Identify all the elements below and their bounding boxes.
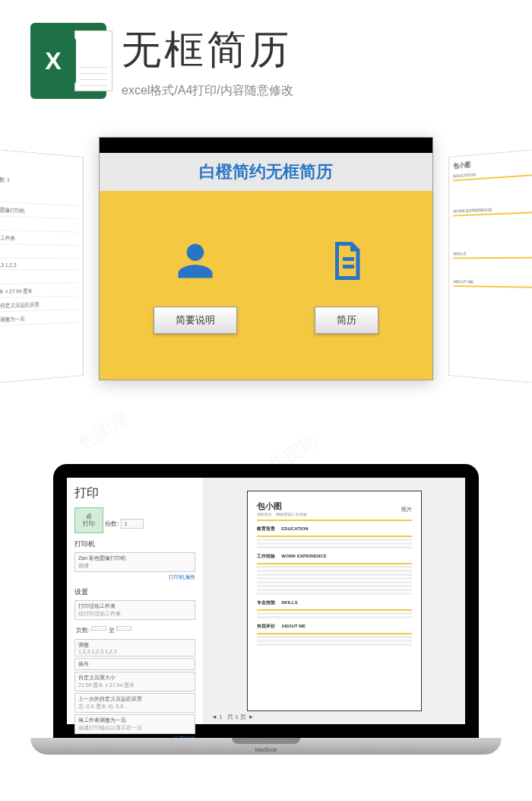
template-card: 白橙简约无框简历 简要说明 简历 — [99, 137, 433, 380]
template-title: 白橙简约无框简历 — [100, 153, 432, 191]
collate-select[interactable]: 调整 1,2,3 1,2,3 1,2,3 — [74, 639, 195, 656]
print-heading: 打印 — [74, 485, 195, 501]
print-button[interactable]: 🖨 打印 — [74, 507, 103, 533]
document-icon — [324, 238, 369, 284]
copies-input[interactable]: 1 — [121, 519, 144, 529]
header: X 无框简历 excel格式/A4打印/内容随意修改 — [0, 0, 532, 114]
scaling-select[interactable]: 将工作表调整为一页 缩减打印输出以显示在一页 — [74, 714, 195, 734]
person-icon — [173, 238, 218, 284]
printer-select[interactable]: Zan 彩色图像打印机 就绪 — [74, 552, 195, 572]
print-sidebar: 打印 🖨 打印 份数: 1 打印机 Zan 彩色图像打印机 就绪 — [67, 478, 204, 724]
laptop-mockup: 打印 🖨 打印 份数: 1 打印机 Zan 彩色图像打印机 就绪 — [0, 464, 532, 755]
copies-label: 份数: — [105, 520, 119, 527]
laptop-brand: MacBook — [255, 747, 277, 752]
excel-icon: X — [30, 23, 106, 99]
resume-name: 包小图 — [257, 501, 412, 512]
pager[interactable]: ◄ 1 共 1 页 ► — [211, 713, 254, 721]
print-panel-thumb: 打印 打印 份数: 1 打印机 Zan 彩色图像打印机 设置 打印活动工作表 调… — [0, 147, 84, 385]
resume-button[interactable]: 简历 — [315, 307, 378, 334]
showcase: 打印 打印 份数: 1 打印机 Zan 彩色图像打印机 设置 打印活动工作表 调… — [0, 137, 532, 418]
document-preview: 包小图 求职意向：网络营销/工作经验 照片 教育背景 EDUCATION 工作经… — [247, 491, 422, 711]
printer-section: 打印机 — [74, 539, 195, 549]
margins-select[interactable]: 上一次的自定义页边距设置 左: 0.8 厘米 右: 0.8... — [74, 693, 195, 713]
resume-thumb: 照片 包小图 EDUCATION WORK EXPERIENCE SKILLS … — [448, 147, 532, 385]
print-what-select[interactable]: 打印活动工作表 仅打印活动工作表 — [74, 600, 195, 620]
settings-section: 设置 — [74, 587, 195, 597]
printer-props-link[interactable]: 打印机属性 — [74, 574, 195, 581]
page-to[interactable] — [116, 626, 131, 631]
photo-placeholder: 照片 — [401, 506, 412, 513]
preview-area: 包小图 求职意向：网络营销/工作经验 照片 教育背景 EDUCATION 工作经… — [204, 478, 465, 724]
orientation-select[interactable]: 纵向 — [74, 658, 195, 670]
page-subtitle: excel格式/A4打印/内容随意修改 — [122, 83, 293, 99]
brief-button[interactable]: 简要说明 — [154, 307, 237, 334]
paper-select[interactable]: 自定义页面大小 21.59 厘米 x 27.94 厘米 — [74, 672, 195, 691]
page-from[interactable] — [91, 626, 106, 631]
page-title: 无框简历 — [122, 24, 293, 77]
